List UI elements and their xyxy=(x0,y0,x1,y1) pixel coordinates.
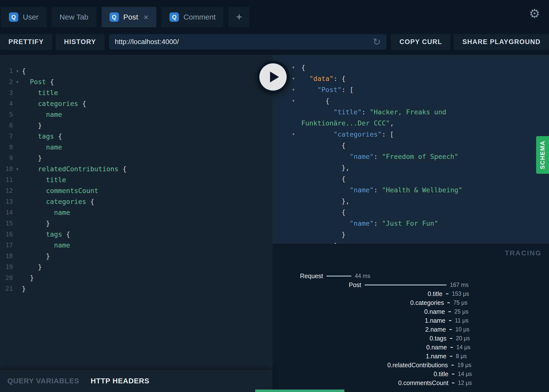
fold-spacer xyxy=(292,218,301,229)
token: } xyxy=(30,274,34,282)
fold-arrow-icon[interactable]: ▾ xyxy=(13,66,22,76)
tracing-row-time: 75 μs xyxy=(453,299,483,306)
endpoint-url-input[interactable] xyxy=(115,38,373,46)
editor-line[interactable]: 17name xyxy=(0,240,273,251)
token: categories xyxy=(38,100,78,107)
tab-new-tab[interactable]: New Tab xyxy=(52,7,96,27)
fold-arrow-icon[interactable]: ▾ xyxy=(292,129,301,140)
response-text: "Post": [ xyxy=(301,84,354,95)
tracing-row: 0.categories75 μs xyxy=(273,298,549,307)
code-text: title xyxy=(22,174,66,185)
fold-arrow-icon[interactable]: ▾ xyxy=(13,164,22,174)
tracing-panel: TRACING Request44 msPost167 ms0.title153… xyxy=(273,244,549,392)
tracing-row-time: 11 μs xyxy=(455,317,485,324)
tracing-row: 0.tags20 μs xyxy=(273,334,549,343)
fold-spacer xyxy=(13,185,22,196)
prettify-button[interactable]: PRETTIFY xyxy=(0,34,52,50)
editor-line[interactable]: 12commentsCount xyxy=(0,185,273,196)
editor-line[interactable]: 1▾{ xyxy=(0,66,273,76)
schema-side-tab[interactable]: SCHEMA xyxy=(536,136,549,174)
token: } xyxy=(46,220,50,227)
fold-arrow-icon[interactable]: ▾ xyxy=(292,84,301,95)
response-text: }, xyxy=(301,196,350,207)
code-text: } xyxy=(22,251,50,262)
editor-line[interactable]: 2▾Post { xyxy=(0,76,273,87)
token: : { xyxy=(333,75,346,82)
code-text: commentsCount xyxy=(22,185,98,196)
editor-line[interactable]: 4categories { xyxy=(0,98,273,109)
editor-line[interactable]: 3title xyxy=(0,87,273,98)
token: { xyxy=(62,230,70,238)
code-text: title xyxy=(22,87,58,98)
editor-line[interactable]: 10▾relatedContributions { xyxy=(0,164,273,174)
response-line: ▾{ xyxy=(273,62,549,73)
token: "Post" xyxy=(317,86,342,94)
editor-line[interactable]: 15} xyxy=(0,218,273,229)
tracing-duration-bar xyxy=(450,356,452,357)
token: }, xyxy=(342,164,350,172)
editor-line[interactable]: 16tags { xyxy=(0,229,273,240)
fold-arrow-icon[interactable]: ▾ xyxy=(13,76,22,87)
fold-arrow-icon[interactable]: ▾ xyxy=(292,95,301,106)
line-number: 11 xyxy=(0,174,13,185)
tab-comment[interactable]: QComment xyxy=(162,7,223,27)
http-headers-tab[interactable]: HTTP HEADERS xyxy=(91,377,149,385)
code-text: } xyxy=(22,272,34,283)
response-text: "name": "Just For Fun" xyxy=(301,218,438,229)
tab-user[interactable]: QUser xyxy=(1,7,46,27)
fold-arrow-icon[interactable]: ▾ xyxy=(292,73,301,84)
code-text: } xyxy=(22,262,42,272)
copy-curl-button[interactable]: COPY CURL xyxy=(391,34,450,50)
editor-line[interactable]: 14name xyxy=(0,207,273,218)
query-editor-pane[interactable]: 1▾{2▾Post {3title4categories {5name6}7ta… xyxy=(0,55,273,370)
response-line: }, xyxy=(273,162,549,173)
editor-line[interactable]: 11title xyxy=(0,174,273,185)
tracing-row: 0.name14 μs xyxy=(273,343,549,352)
editor-line[interactable]: 21} xyxy=(0,283,273,294)
editor-line[interactable]: 18} xyxy=(0,251,273,262)
history-button[interactable]: HISTORY xyxy=(56,34,105,50)
token: { xyxy=(54,132,62,140)
editor-line[interactable]: 9} xyxy=(0,153,273,164)
tracing-row-label: 0.relatedContributions xyxy=(387,362,448,369)
response-line: { xyxy=(273,140,549,151)
settings-gear-icon[interactable]: ⚙ xyxy=(529,6,540,21)
fold-spacer xyxy=(13,251,22,262)
add-tab-button[interactable]: + xyxy=(229,7,249,27)
editor-line[interactable]: 13categories { xyxy=(0,196,273,207)
editor-line[interactable]: 7tags { xyxy=(0,131,273,142)
editor-line[interactable]: 20} xyxy=(0,272,273,283)
endpoint-url-field[interactable]: ↺ xyxy=(109,34,387,49)
editor-line[interactable]: 6} xyxy=(0,120,273,131)
line-number: 12 xyxy=(0,185,13,196)
tab-post[interactable]: QPost× xyxy=(102,7,157,27)
token: "name" xyxy=(350,220,374,227)
tracing-duration-bar xyxy=(447,302,450,303)
reload-schema-icon[interactable]: ↺ xyxy=(373,37,381,47)
tracing-row: Request44 ms xyxy=(273,271,549,280)
close-tab-icon[interactable]: × xyxy=(144,13,149,21)
tracing-duration-bar xyxy=(449,329,452,330)
editor-line[interactable]: 5name xyxy=(0,109,273,120)
tracing-duration-bar xyxy=(448,311,451,312)
response-text: "categories": [ xyxy=(301,129,394,140)
tracing-duration-bar xyxy=(449,320,451,321)
response-text: "name": "Freedom of Speech" xyxy=(301,151,458,162)
tracing-row-time: 44 ms xyxy=(355,273,384,279)
fold-spacer xyxy=(292,173,301,184)
fold-arrow-icon[interactable]: ▾ xyxy=(292,62,301,73)
token: Post xyxy=(30,78,46,86)
execute-query-button[interactable] xyxy=(257,61,289,93)
fold-spacer xyxy=(13,174,22,185)
query-variables-tab[interactable]: QUERY VARIABLES xyxy=(7,377,79,385)
editor-line[interactable]: 8name xyxy=(0,142,273,153)
token: { xyxy=(78,100,86,107)
line-number: 16 xyxy=(0,229,13,240)
token: { xyxy=(86,198,94,205)
share-playground-button[interactable]: SHARE PLAYGROUND xyxy=(454,34,549,50)
editor-line[interactable]: 19} xyxy=(0,262,273,272)
graphql-playground-window: QUserNew TabQPost×QComment + ⚙ PRETTIFY … xyxy=(0,0,549,392)
token: : [ xyxy=(342,86,354,94)
tracing-row: 0.title153 μs xyxy=(273,289,549,298)
tracing-panel-toggle[interactable]: TRACING xyxy=(505,249,542,257)
